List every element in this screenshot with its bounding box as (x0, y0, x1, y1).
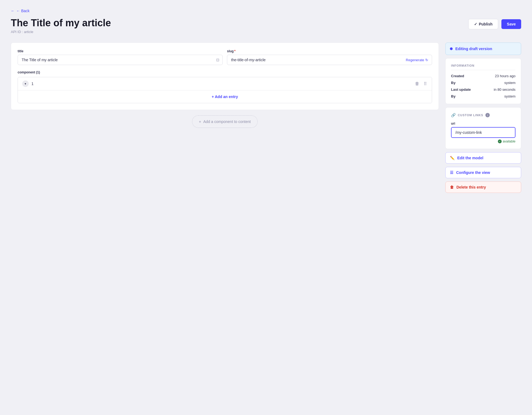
delete-component-button[interactable]: 🗑 (414, 81, 420, 87)
delete-entry-button[interactable]: 🗑 Delete this entry (445, 181, 521, 193)
configure-view-button[interactable]: ☰ Configure the view (445, 167, 521, 178)
last-update-key: Last update (451, 87, 471, 92)
created-value: 23 hours ago (495, 74, 515, 78)
add-entry-row: + Add an entry (18, 90, 432, 103)
main-layout: title ⊡ slug* Regenerate ↻ (11, 43, 521, 193)
fields-row: title ⊡ slug* Regenerate ↻ (18, 49, 432, 65)
add-component-button[interactable]: + Add a component to content (192, 115, 257, 128)
by-key-1: By (451, 81, 456, 85)
configure-view-label: Configure the view (456, 170, 490, 175)
check-icon: ✓ (474, 22, 477, 26)
add-entry-button[interactable]: + Add an entry (212, 95, 238, 99)
regenerate-button[interactable]: Regenerate ↻ (405, 57, 429, 63)
link-icon: 🔗 (451, 113, 456, 117)
component-row-right: 🗑 ⠿ (414, 81, 427, 87)
by-value-1: system (504, 81, 515, 85)
available-badge: ✓ available (451, 140, 515, 143)
delete-icon: 🗑 (450, 185, 454, 189)
page-header: The Title of my article API ID : article… (11, 17, 521, 34)
uri-label: uri (451, 122, 515, 125)
add-entry-label: + Add an entry (212, 95, 238, 99)
component-section: component (1) ▾ 1 🗑 (18, 70, 432, 103)
drag-handle-icon: ⠿ (424, 81, 427, 86)
created-row: Created 23 hours ago (451, 74, 515, 78)
chevron-down-button[interactable]: ▾ (22, 80, 29, 87)
title-input[interactable] (18, 55, 223, 65)
plus-icon: + (199, 119, 201, 124)
draft-dot (450, 47, 453, 50)
sidebar: Editing draft version INFORMATION Create… (445, 43, 521, 193)
draft-text: Editing draft version (455, 47, 492, 51)
by-row-2: By system (451, 94, 515, 98)
title-field-group: title ⊡ (18, 49, 223, 65)
by-key-2: By (451, 94, 456, 98)
last-update-value: in 80 seconds (494, 87, 515, 92)
pencil-icon: ✏️ (450, 156, 455, 160)
component-row-left: ▾ 1 (22, 80, 34, 87)
edit-model-button[interactable]: ✏️ Edit the model (445, 152, 521, 164)
information-card: INFORMATION Created 23 hours ago By syst… (445, 58, 521, 104)
custom-links-title: CUSTOM LINKS (458, 114, 483, 117)
slug-input[interactable] (227, 55, 432, 65)
last-update-row: Last update in 80 seconds (451, 87, 515, 92)
edit-model-label: Edit the model (457, 156, 483, 160)
component-list: ▾ 1 🗑 ⠿ (18, 77, 432, 103)
information-title: INFORMATION (451, 64, 515, 70)
main-card: title ⊡ slug* Regenerate ↻ (11, 43, 439, 110)
uri-input[interactable] (451, 127, 515, 138)
created-key: Created (451, 74, 464, 78)
publish-label: Publish (479, 22, 493, 26)
back-label: ← Back (16, 9, 30, 13)
by-value-2: system (504, 94, 515, 98)
slug-label: slug* (227, 49, 432, 53)
title-label: title (18, 49, 223, 53)
by-row-1: By system (451, 81, 515, 85)
title-input-wrapper: ⊡ (18, 55, 223, 65)
custom-links-header: 🔗 CUSTOM LINKS i (451, 113, 515, 117)
delete-entry-label: Delete this entry (456, 185, 486, 189)
component-number: 1 (31, 82, 34, 86)
back-link[interactable]: ← ← Back (11, 9, 30, 13)
add-component-label: Add a component to content (203, 119, 251, 124)
publish-button[interactable]: ✓ Publish (468, 19, 498, 29)
slug-input-wrapper: Regenerate ↻ (227, 55, 432, 65)
drag-handle-button[interactable]: ⠿ (423, 81, 427, 87)
api-id: API ID : article (11, 30, 111, 34)
draft-banner: Editing draft version (445, 43, 521, 55)
component-label: component (1) (18, 70, 432, 74)
chevron-down-icon: ▾ (25, 82, 26, 86)
slug-field-group: slug* Regenerate ↻ (227, 49, 432, 65)
info-icon: i (485, 113, 490, 117)
available-check-icon: ✓ (498, 140, 502, 143)
page-title-area: The Title of my article API ID : article (11, 17, 111, 34)
trash-icon: 🗑 (415, 81, 419, 86)
available-label: available (503, 140, 515, 143)
back-arrow-icon: ← (11, 9, 15, 13)
required-star: * (234, 49, 236, 53)
save-label: Save (507, 22, 516, 26)
custom-links-card: 🔗 CUSTOM LINKS i uri ✓ available (445, 107, 521, 149)
refresh-icon: ↻ (425, 58, 428, 62)
text-field-icon: ⊡ (216, 58, 219, 62)
save-button[interactable]: Save (501, 19, 521, 29)
component-row: ▾ 1 🗑 ⠿ (18, 77, 432, 90)
header-actions: ✓ Publish Save (468, 19, 521, 29)
configure-icon: ☰ (450, 170, 453, 175)
page-title: The Title of my article (11, 17, 111, 29)
regenerate-label: Regenerate (406, 58, 424, 62)
content-area: title ⊡ slug* Regenerate ↻ (11, 43, 439, 128)
